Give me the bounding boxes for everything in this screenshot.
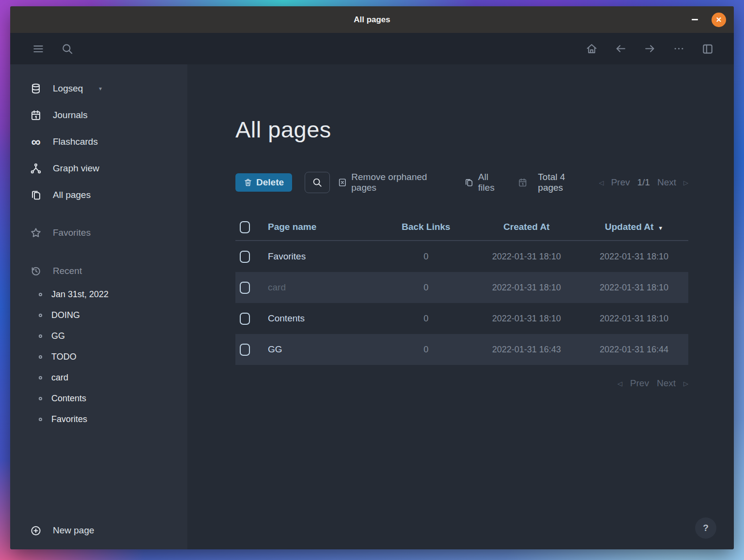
page-name-link[interactable]: Contents xyxy=(268,313,305,323)
recent-item-label: Jan 31st, 2022 xyxy=(51,289,108,300)
app-window: All pages ✕ xyxy=(10,6,734,549)
window-controls: ✕ xyxy=(689,13,734,27)
more-options-button[interactable] xyxy=(672,42,685,56)
graph-icon xyxy=(30,163,42,174)
back-links-count: 0 xyxy=(379,252,473,262)
workspace-switcher[interactable]: Logseq ▾ xyxy=(10,75,187,102)
nav-back-button[interactable] xyxy=(614,42,627,56)
recent-item-label: Contents xyxy=(51,394,86,404)
next-page-button[interactable]: Next xyxy=(657,177,676,188)
back-links-count: 0 xyxy=(379,314,473,324)
recent-section-label: Recent xyxy=(53,266,82,276)
calendar-icon xyxy=(30,109,42,121)
recent-item-label: DOING xyxy=(51,310,80,320)
recent-item[interactable]: Jan 31st, 2022 xyxy=(10,284,187,305)
ellipsis-icon xyxy=(673,43,685,55)
pages-table: Page name Back Links Created At Updated … xyxy=(235,214,688,365)
table-row: Contents 0 2022-01-31 18:10 2022-01-31 1… xyxy=(235,303,688,334)
search-button[interactable] xyxy=(61,42,74,56)
new-page-button[interactable]: New page xyxy=(10,519,187,542)
recent-item[interactable]: DOING xyxy=(10,305,187,326)
next-page-button[interactable]: Next xyxy=(657,378,676,389)
prev-page-button[interactable]: Prev xyxy=(611,177,630,188)
toggle-right-sidebar-button[interactable] xyxy=(701,42,714,56)
pages-action-bar: Delete Remove orphaned pages All files xyxy=(235,172,688,193)
remove-orphaned-pages-button[interactable]: Remove orphaned pages xyxy=(338,172,454,193)
column-header-updated-at[interactable]: Updated At▼ xyxy=(580,222,688,232)
sidebar-item-flashcards[interactable]: ∞ Flashcards xyxy=(10,128,187,155)
column-header-page-name[interactable]: Page name xyxy=(258,222,379,232)
hamburger-icon xyxy=(32,43,45,55)
table-header-row: Page name Back Links Created At Updated … xyxy=(235,214,688,241)
database-icon xyxy=(30,83,42,94)
page-indicator: 1/1 xyxy=(637,177,650,188)
table-search-button[interactable] xyxy=(305,172,329,193)
sidebar-item-label: Flashcards xyxy=(53,136,98,147)
bullet-icon xyxy=(39,293,42,296)
updated-at-label: Updated At xyxy=(605,222,654,232)
all-files-button[interactable]: All files xyxy=(464,172,507,193)
sidebar-item-journals[interactable]: Journals xyxy=(10,102,187,128)
created-at-value: 2022-01-31 16:43 xyxy=(473,345,580,355)
sort-desc-icon: ▼ xyxy=(658,225,663,231)
search-icon xyxy=(312,177,323,188)
file-x-icon xyxy=(338,178,347,187)
select-all-checkbox[interactable] xyxy=(240,221,250,233)
table-row: GG 0 2022-01-31 16:43 2022-01-31 16:44 xyxy=(235,334,688,365)
top-toolbar-left xyxy=(31,42,74,56)
journal-calendar-button[interactable] xyxy=(518,178,527,187)
column-header-back-links[interactable]: Back Links xyxy=(379,222,473,232)
prev-page-button[interactable]: Prev xyxy=(630,378,649,389)
panel-right-icon xyxy=(701,43,714,55)
help-icon: ? xyxy=(703,523,709,533)
table-row: card 0 2022-01-31 18:10 2022-01-31 18:10 xyxy=(235,272,688,303)
page-name-link[interactable]: GG xyxy=(268,344,282,354)
copy-pages-icon xyxy=(464,178,474,187)
row-checkbox[interactable] xyxy=(240,282,250,294)
recent-item-label: TODO xyxy=(51,352,77,362)
sidebar-item-label: Graph view xyxy=(53,163,99,174)
recent-item[interactable]: TODO xyxy=(10,347,187,367)
updated-at-value: 2022-01-31 16:44 xyxy=(580,345,688,355)
sidebar-item-label: All pages xyxy=(53,190,91,200)
minimize-button[interactable] xyxy=(689,15,700,25)
sidebar-section-recent[interactable]: Recent xyxy=(10,257,187,284)
sidebar-item-label: Journals xyxy=(53,110,88,121)
updated-at-value: 2022-01-31 18:10 xyxy=(580,283,688,293)
recent-item[interactable]: Contents xyxy=(10,388,187,409)
top-toolbar xyxy=(10,33,734,64)
page-name-link[interactable]: card xyxy=(268,282,286,292)
close-button[interactable]: ✕ xyxy=(712,13,726,27)
chevron-down-icon: ▾ xyxy=(99,85,102,92)
main-content: All pages Delete Remove orphaned pages xyxy=(188,64,734,549)
minimize-icon xyxy=(692,19,698,20)
row-checkbox[interactable] xyxy=(240,313,250,325)
sidebar-item-all-pages[interactable]: All pages xyxy=(10,182,187,208)
created-at-value: 2022-01-31 18:10 xyxy=(473,283,580,293)
delete-button[interactable]: Delete xyxy=(235,173,292,192)
home-icon xyxy=(586,43,598,55)
sidebar-section-favorites[interactable]: Favorites xyxy=(10,219,187,246)
sidebar-item-graph-view[interactable]: Graph view xyxy=(10,155,187,182)
bullet-icon xyxy=(39,355,42,359)
recent-item[interactable]: GG xyxy=(10,326,187,347)
help-button[interactable]: ? xyxy=(695,517,716,539)
chevron-right-icon: ▷ xyxy=(683,380,688,387)
page-name-link[interactable]: Favorites xyxy=(268,251,306,261)
total-pages-label: Total 4 pages xyxy=(538,172,592,193)
workspace-name: Logseq xyxy=(53,83,83,94)
column-header-created-at[interactable]: Created At xyxy=(473,222,580,232)
created-at-value: 2022-01-31 18:10 xyxy=(473,314,580,324)
row-checkbox[interactable] xyxy=(240,251,250,263)
all-files-label: All files xyxy=(478,172,507,193)
menu-button[interactable] xyxy=(31,42,45,56)
nav-forward-button[interactable] xyxy=(643,42,656,56)
chevron-left-icon: ◁ xyxy=(599,179,604,186)
row-checkbox[interactable] xyxy=(240,344,250,356)
bullet-icon xyxy=(39,314,42,317)
recent-item[interactable]: card xyxy=(10,367,187,388)
recent-item[interactable]: Favorites xyxy=(10,409,187,430)
home-button[interactable] xyxy=(585,42,598,56)
table-row: Favorites 0 2022-01-31 18:10 2022-01-31 … xyxy=(235,241,688,272)
recent-item-label: GG xyxy=(51,331,65,341)
